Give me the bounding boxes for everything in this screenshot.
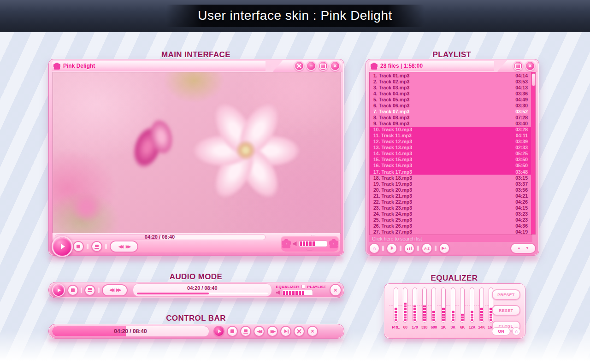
wand-icon: ✳ [390,246,394,251]
scrollbar-thumb[interactable] [531,73,536,86]
eq-slider[interactable] [422,288,427,323]
eq-slider[interactable] [403,288,407,323]
playlist-titlebar[interactable]: 28 files | 1:58:00 [369,61,494,71]
forward-button[interactable]: ▶▶ [116,288,120,292]
eq-link-button[interactable]: ∩ [512,327,520,335]
track-row[interactable]: 13. Track 13.mp3 02:33 [370,145,531,151]
playlist-scrollbar[interactable] [531,72,536,235]
eq-on-button[interactable]: ON [492,327,510,335]
eq-slider[interactable] [413,288,417,323]
track-row[interactable]: 14. Track 14.mp3 05:25 [370,151,531,157]
forward-button[interactable]: ▶▶ [267,326,278,337]
track-row[interactable]: 1. Track 01.mp3 04:14 [370,72,531,78]
audio-bar-reflection [48,298,343,303]
track-time: 03:40 [515,121,528,126]
track-row[interactable]: 17. Track 17.mp3 03:48 [370,169,531,175]
close-button[interactable]: × [307,326,318,337]
eq-slider[interactable] [479,288,484,323]
track-row[interactable]: 16. Track 16.mp3 05:50 [370,163,531,169]
play-button[interactable] [52,283,65,297]
reset-button[interactable]: RESET [492,305,520,316]
shuffle-button[interactable]: ✳ [386,243,397,254]
track-row[interactable]: 12. Track 12.mp3 03:39 [370,139,531,145]
eq-band: 600 [430,288,438,335]
preset-button[interactable]: PRESET [492,289,520,300]
track-row[interactable]: 25. Track 25.mp3 04:23 [370,217,531,223]
track-name: 16. Track 16.mp3 [373,163,513,168]
track-row[interactable]: 11. Track 11.mp3 04:11 [370,133,531,139]
rewind-button[interactable]: ◀◀ [254,326,265,337]
track-row[interactable]: 19. Track 19.mp3 03:37 [370,181,531,187]
rewind-button[interactable]: ◀◀ [118,245,122,249]
playlist-search-bar[interactable] [369,235,532,242]
fullscreen-button[interactable] [294,326,305,337]
track-row[interactable]: 10. Track 10.mp3 03:28 [370,127,531,133]
progress-pill[interactable]: 04:20 / 08:40 [52,326,209,337]
sort-az-button[interactable]: A·Z [421,243,432,254]
track-row[interactable]: 22. Track 22.mp3 04:26 [370,199,531,205]
close-button[interactable]: × [525,61,535,71]
stop-button[interactable] [67,285,78,296]
seek-buttons: ◀◀ ▶▶ [110,241,138,252]
track-row[interactable]: 6. Track 06.mp3 03:30 [370,102,531,108]
repeat-button[interactable]: ∩ [369,243,380,254]
eq-slider[interactable] [394,288,398,323]
track-row[interactable]: 3. Track 03.mp3 04:13 [370,84,531,90]
sort-by-level-button[interactable] [404,243,415,254]
search-input[interactable] [369,235,532,242]
close-button[interactable]: × [330,61,340,71]
track-time: 04:23 [515,217,528,223]
progress-bar[interactable] [137,293,268,294]
track-row[interactable]: 24. Track 24.mp3 03:23 [370,211,531,217]
open-button[interactable] [240,326,251,337]
track-row[interactable]: 15. Track 15.mp3 03:50 [370,157,531,163]
forward-button[interactable]: ▶▶ [126,245,130,249]
compact-mode-button[interactable] [294,61,304,71]
track-row[interactable]: 8. Track 08.mp3 07:28 [370,114,531,120]
play-button[interactable] [213,326,224,337]
track-row[interactable]: 26. Track 26.mp3 04:36 [370,223,531,229]
track-row[interactable]: 5. Track 05.mp3 04:49 [370,96,531,102]
video-display[interactable] [53,72,341,234]
eq-slider[interactable] [460,288,465,323]
eq-slider[interactable] [451,288,455,323]
track-row[interactable]: 27. Track 27.mp3 04:19 [370,229,531,235]
main-controls: ◀◀ ▶▶ [53,241,340,252]
track-row[interactable]: 18. Track 18.mp3 03:15 [370,175,531,181]
next-button[interactable] [280,326,291,337]
toggle-box-icon[interactable] [301,285,305,288]
stop-button[interactable] [227,326,238,337]
equalizer-toggle[interactable]: EQUALIZER [276,285,299,289]
track-row[interactable]: 7. Track 07.mp3 03:52 [370,108,531,114]
close-button[interactable]: × [330,284,342,296]
stop-button[interactable] [73,241,84,252]
track-row[interactable]: 4. Track 04.mp3 03:36 [370,90,531,96]
play-button[interactable] [52,236,73,257]
rewind-button[interactable]: ◀◀ [109,288,113,292]
volume-bar[interactable] [299,241,327,247]
volume-bar[interactable] [282,290,313,296]
track-row[interactable]: 20. Track 20.mp3 03:56 [370,187,531,193]
maximize-button[interactable] [318,61,328,71]
track-row[interactable]: 21. Track 21.mp3 04:21 [370,193,531,199]
eq-slider[interactable] [470,288,474,323]
minimize-button[interactable]: − [306,61,316,71]
wave-decor [305,247,314,251]
page-title: User interface skin : Pink Delight [166,5,424,27]
maximize-icon [515,64,521,69]
track-row[interactable]: 23. Track 23.mp3 04:15 [370,205,531,211]
track-row[interactable]: 2. Track 02.mp3 03:53 [370,78,531,84]
maximize-button[interactable] [513,61,523,71]
scroll-up-button[interactable]: ▲ [517,247,521,250]
add-play-button[interactable]: ▶+ [439,243,450,254]
track-time: 04:13 [515,85,528,90]
eq-slider[interactable] [431,288,436,323]
open-button[interactable] [84,285,95,296]
track-time: 03:48 [515,169,528,175]
main-titlebar[interactable]: Pink Delight [52,61,266,71]
open-button[interactable] [91,241,102,252]
scroll-down-button[interactable]: ▼ [525,247,529,250]
eq-slider[interactable] [441,288,446,323]
track-row[interactable]: 9. Track 09.mp3 03:40 [370,121,531,127]
playlist-toggle[interactable]: PLAYLIST [307,285,326,289]
